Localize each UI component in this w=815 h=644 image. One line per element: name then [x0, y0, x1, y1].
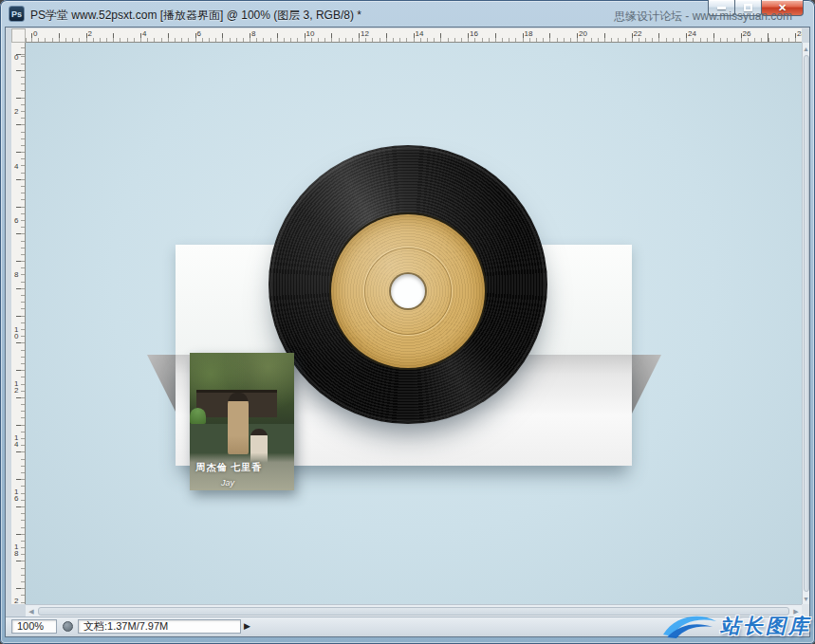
vinyl-record — [269, 145, 547, 424]
record-center-hole — [391, 274, 425, 308]
cover-man-figure — [228, 393, 249, 454]
titlebar-watermark-text: 思缘设计论坛 - www.missyuan.com — [614, 9, 792, 25]
zoom-level-field[interactable]: 100% — [11, 619, 57, 634]
vertical-scroll-thumb[interactable] — [804, 55, 809, 592]
photoshop-window: Ps PS学堂 www.52psxt.com [播放器界面] @ 100% (图… — [0, 0, 815, 644]
site-watermark: 站长图库 — [661, 608, 811, 644]
scroll-left-icon[interactable]: ◀ — [26, 605, 37, 617]
watermark-text: 站长图库 — [720, 613, 811, 639]
ribbon-fold-right — [632, 355, 661, 414]
status-menu-button[interactable]: ▶ — [244, 621, 250, 631]
titlebar[interactable]: Ps PS学堂 www.52psxt.com [播放器界面] @ 100% (图… — [0, 0, 815, 27]
photoshop-app-icon[interactable]: Ps — [9, 6, 25, 22]
scroll-down-icon[interactable]: ▼ — [803, 593, 809, 604]
window-title: PS学堂 www.52psxt.com [播放器界面] @ 100% (图层 3… — [30, 8, 361, 24]
album-signature-text: Jay — [221, 478, 234, 488]
scroll-up-icon[interactable]: ▲ — [803, 43, 809, 54]
ruler-left[interactable]: 02468101214161820 — [11, 43, 26, 604]
document-size-field: 文档:1.37M/7.97M — [78, 619, 241, 634]
canvas-viewport[interactable]: 周杰倫 七里香 Jay — [26, 43, 802, 604]
record-label — [331, 214, 485, 368]
watermark-swirl-icon — [661, 612, 718, 640]
ruler-corner[interactable] — [11, 28, 26, 43]
status-icon — [63, 621, 73, 632]
album-title-text: 周杰倫 七里香 — [196, 461, 263, 474]
vertical-scrollbar[interactable]: ▲ ▼ — [802, 43, 809, 604]
ruler-top[interactable]: 0246810121416182022242628 — [26, 28, 802, 43]
album-cover: 周杰倫 七里香 Jay — [190, 353, 294, 490]
cover-umbrella — [190, 408, 206, 424]
document-frame: 0246810121416182022242628 02468101214161… — [5, 27, 810, 637]
ribbon-fold-left — [147, 355, 176, 414]
